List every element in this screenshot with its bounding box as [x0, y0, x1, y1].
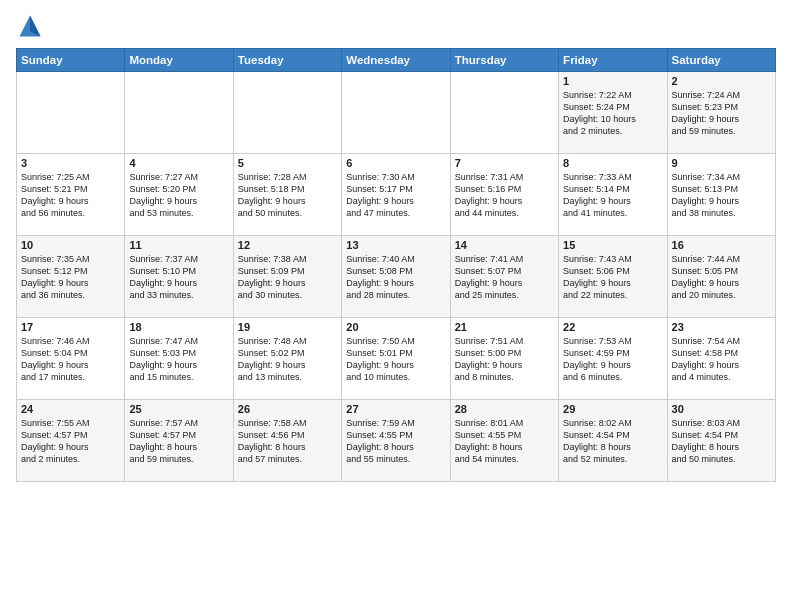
calendar-cell: 3Sunrise: 7:25 AM Sunset: 5:21 PM Daylig…	[17, 154, 125, 236]
day-info: Sunrise: 7:28 AM Sunset: 5:18 PM Dayligh…	[238, 171, 337, 220]
calendar-week-3: 10Sunrise: 7:35 AM Sunset: 5:12 PM Dayli…	[17, 236, 776, 318]
day-info: Sunrise: 7:43 AM Sunset: 5:06 PM Dayligh…	[563, 253, 662, 302]
weekday-header-saturday: Saturday	[667, 49, 775, 72]
day-number: 18	[129, 321, 228, 333]
day-info: Sunrise: 7:34 AM Sunset: 5:13 PM Dayligh…	[672, 171, 771, 220]
calendar-cell: 12Sunrise: 7:38 AM Sunset: 5:09 PM Dayli…	[233, 236, 341, 318]
calendar-cell: 2Sunrise: 7:24 AM Sunset: 5:23 PM Daylig…	[667, 72, 775, 154]
calendar-cell: 21Sunrise: 7:51 AM Sunset: 5:00 PM Dayli…	[450, 318, 558, 400]
day-number: 12	[238, 239, 337, 251]
day-info: Sunrise: 7:24 AM Sunset: 5:23 PM Dayligh…	[672, 89, 771, 138]
calendar-week-2: 3Sunrise: 7:25 AM Sunset: 5:21 PM Daylig…	[17, 154, 776, 236]
calendar-body: 1Sunrise: 7:22 AM Sunset: 5:24 PM Daylig…	[17, 72, 776, 482]
day-info: Sunrise: 7:59 AM Sunset: 4:55 PM Dayligh…	[346, 417, 445, 466]
calendar-cell: 30Sunrise: 8:03 AM Sunset: 4:54 PM Dayli…	[667, 400, 775, 482]
day-number: 28	[455, 403, 554, 415]
day-number: 25	[129, 403, 228, 415]
day-info: Sunrise: 7:35 AM Sunset: 5:12 PM Dayligh…	[21, 253, 120, 302]
calendar-cell: 16Sunrise: 7:44 AM Sunset: 5:05 PM Dayli…	[667, 236, 775, 318]
calendar-cell: 8Sunrise: 7:33 AM Sunset: 5:14 PM Daylig…	[559, 154, 667, 236]
day-info: Sunrise: 7:55 AM Sunset: 4:57 PM Dayligh…	[21, 417, 120, 466]
calendar-cell: 29Sunrise: 8:02 AM Sunset: 4:54 PM Dayli…	[559, 400, 667, 482]
calendar-cell: 13Sunrise: 7:40 AM Sunset: 5:08 PM Dayli…	[342, 236, 450, 318]
day-info: Sunrise: 7:44 AM Sunset: 5:05 PM Dayligh…	[672, 253, 771, 302]
logo-icon	[16, 12, 44, 40]
day-number: 24	[21, 403, 120, 415]
day-number: 30	[672, 403, 771, 415]
weekday-header-tuesday: Tuesday	[233, 49, 341, 72]
day-number: 15	[563, 239, 662, 251]
calendar-cell: 5Sunrise: 7:28 AM Sunset: 5:18 PM Daylig…	[233, 154, 341, 236]
day-info: Sunrise: 7:46 AM Sunset: 5:04 PM Dayligh…	[21, 335, 120, 384]
calendar-week-1: 1Sunrise: 7:22 AM Sunset: 5:24 PM Daylig…	[17, 72, 776, 154]
day-number: 16	[672, 239, 771, 251]
day-info: Sunrise: 8:03 AM Sunset: 4:54 PM Dayligh…	[672, 417, 771, 466]
weekday-header-monday: Monday	[125, 49, 233, 72]
calendar-cell	[450, 72, 558, 154]
calendar-cell: 26Sunrise: 7:58 AM Sunset: 4:56 PM Dayli…	[233, 400, 341, 482]
page: SundayMondayTuesdayWednesdayThursdayFrid…	[0, 0, 792, 612]
day-info: Sunrise: 7:31 AM Sunset: 5:16 PM Dayligh…	[455, 171, 554, 220]
day-number: 9	[672, 157, 771, 169]
weekday-header-friday: Friday	[559, 49, 667, 72]
day-info: Sunrise: 8:02 AM Sunset: 4:54 PM Dayligh…	[563, 417, 662, 466]
calendar-cell: 10Sunrise: 7:35 AM Sunset: 5:12 PM Dayli…	[17, 236, 125, 318]
day-number: 26	[238, 403, 337, 415]
day-number: 23	[672, 321, 771, 333]
calendar-cell: 14Sunrise: 7:41 AM Sunset: 5:07 PM Dayli…	[450, 236, 558, 318]
day-info: Sunrise: 7:37 AM Sunset: 5:10 PM Dayligh…	[129, 253, 228, 302]
calendar-cell: 18Sunrise: 7:47 AM Sunset: 5:03 PM Dayli…	[125, 318, 233, 400]
day-number: 4	[129, 157, 228, 169]
day-info: Sunrise: 8:01 AM Sunset: 4:55 PM Dayligh…	[455, 417, 554, 466]
calendar-cell: 25Sunrise: 7:57 AM Sunset: 4:57 PM Dayli…	[125, 400, 233, 482]
calendar-cell: 6Sunrise: 7:30 AM Sunset: 5:17 PM Daylig…	[342, 154, 450, 236]
day-number: 8	[563, 157, 662, 169]
calendar-header-row: SundayMondayTuesdayWednesdayThursdayFrid…	[17, 49, 776, 72]
day-number: 2	[672, 75, 771, 87]
day-number: 29	[563, 403, 662, 415]
calendar-cell	[17, 72, 125, 154]
calendar-cell: 19Sunrise: 7:48 AM Sunset: 5:02 PM Dayli…	[233, 318, 341, 400]
calendar-cell: 7Sunrise: 7:31 AM Sunset: 5:16 PM Daylig…	[450, 154, 558, 236]
day-number: 6	[346, 157, 445, 169]
day-info: Sunrise: 7:22 AM Sunset: 5:24 PM Dayligh…	[563, 89, 662, 138]
day-number: 7	[455, 157, 554, 169]
logo	[16, 12, 48, 40]
day-number: 14	[455, 239, 554, 251]
day-info: Sunrise: 7:25 AM Sunset: 5:21 PM Dayligh…	[21, 171, 120, 220]
calendar-cell: 20Sunrise: 7:50 AM Sunset: 5:01 PM Dayli…	[342, 318, 450, 400]
calendar-cell: 27Sunrise: 7:59 AM Sunset: 4:55 PM Dayli…	[342, 400, 450, 482]
day-info: Sunrise: 7:30 AM Sunset: 5:17 PM Dayligh…	[346, 171, 445, 220]
calendar-week-5: 24Sunrise: 7:55 AM Sunset: 4:57 PM Dayli…	[17, 400, 776, 482]
calendar-cell: 24Sunrise: 7:55 AM Sunset: 4:57 PM Dayli…	[17, 400, 125, 482]
day-number: 3	[21, 157, 120, 169]
calendar-cell: 22Sunrise: 7:53 AM Sunset: 4:59 PM Dayli…	[559, 318, 667, 400]
day-number: 11	[129, 239, 228, 251]
day-number: 17	[21, 321, 120, 333]
calendar-cell	[233, 72, 341, 154]
weekday-header-thursday: Thursday	[450, 49, 558, 72]
calendar-cell: 9Sunrise: 7:34 AM Sunset: 5:13 PM Daylig…	[667, 154, 775, 236]
weekday-header-wednesday: Wednesday	[342, 49, 450, 72]
day-info: Sunrise: 7:33 AM Sunset: 5:14 PM Dayligh…	[563, 171, 662, 220]
day-number: 10	[21, 239, 120, 251]
calendar-cell: 28Sunrise: 8:01 AM Sunset: 4:55 PM Dayli…	[450, 400, 558, 482]
day-info: Sunrise: 7:53 AM Sunset: 4:59 PM Dayligh…	[563, 335, 662, 384]
calendar-week-4: 17Sunrise: 7:46 AM Sunset: 5:04 PM Dayli…	[17, 318, 776, 400]
day-number: 1	[563, 75, 662, 87]
calendar-cell: 23Sunrise: 7:54 AM Sunset: 4:58 PM Dayli…	[667, 318, 775, 400]
header	[16, 12, 776, 40]
calendar-cell: 11Sunrise: 7:37 AM Sunset: 5:10 PM Dayli…	[125, 236, 233, 318]
weekday-header-sunday: Sunday	[17, 49, 125, 72]
day-info: Sunrise: 7:57 AM Sunset: 4:57 PM Dayligh…	[129, 417, 228, 466]
calendar-cell	[342, 72, 450, 154]
day-number: 13	[346, 239, 445, 251]
day-info: Sunrise: 7:38 AM Sunset: 5:09 PM Dayligh…	[238, 253, 337, 302]
day-info: Sunrise: 7:48 AM Sunset: 5:02 PM Dayligh…	[238, 335, 337, 384]
day-info: Sunrise: 7:40 AM Sunset: 5:08 PM Dayligh…	[346, 253, 445, 302]
calendar-cell	[125, 72, 233, 154]
day-info: Sunrise: 7:27 AM Sunset: 5:20 PM Dayligh…	[129, 171, 228, 220]
day-number: 20	[346, 321, 445, 333]
calendar-cell: 4Sunrise: 7:27 AM Sunset: 5:20 PM Daylig…	[125, 154, 233, 236]
day-number: 5	[238, 157, 337, 169]
